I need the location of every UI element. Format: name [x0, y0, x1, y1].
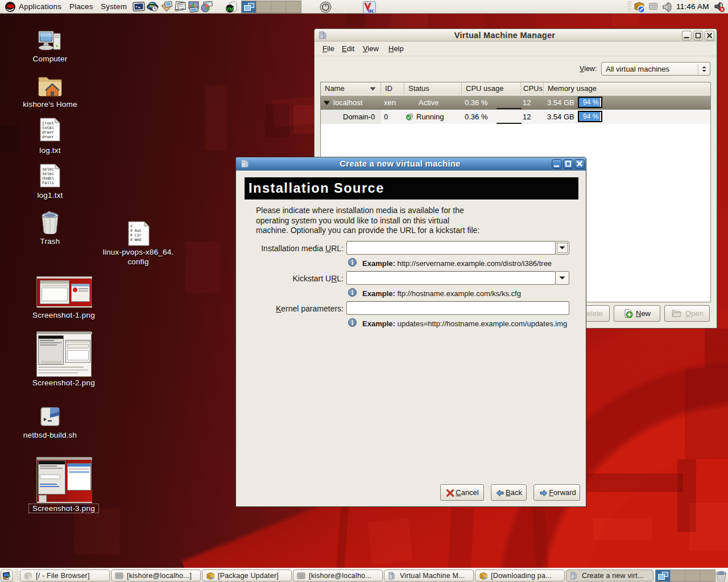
svg-text:Falli: Falli — [42, 181, 54, 185]
svg-text:selec: selec — [42, 172, 54, 176]
svg-text:VM: VM — [226, 6, 234, 12]
svg-text:# Wed: # Wed — [130, 238, 142, 242]
svg-text:drwxr: drwxr — [42, 130, 54, 135]
svg-text:nc: nc — [368, 7, 374, 14]
svg-text:Unabl: Unabl — [42, 176, 54, 181]
svg-text:# Lir: # Lir — [130, 234, 142, 238]
svg-text:# Aut: # Aut — [130, 229, 142, 233]
svg-text:drwxr: drwxr — [42, 135, 54, 139]
svg-text:selec: selec — [42, 167, 54, 172]
svg-text:[root: [root — [42, 121, 54, 126]
svg-text:total: total — [42, 126, 54, 130]
svg-text:#: # — [130, 225, 133, 228]
